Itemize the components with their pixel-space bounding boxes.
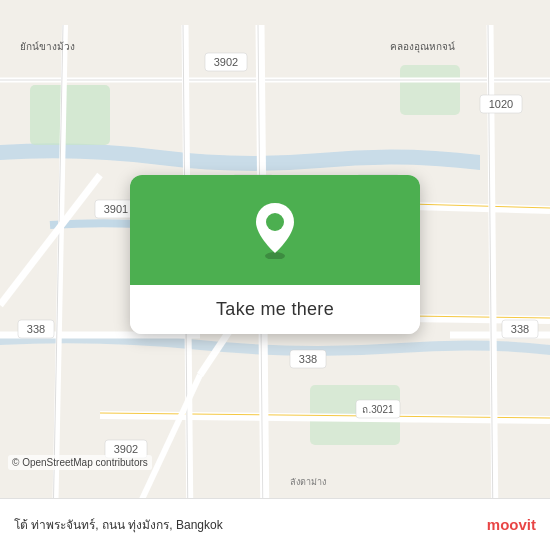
take-me-there-button[interactable]: Take me there [216,299,334,320]
svg-text:3902: 3902 [214,56,238,68]
osm-attribution: © OpenStreetMap contributors [8,455,152,470]
svg-text:ยักน์ขางม้วง: ยักน์ขางม้วง [20,41,75,52]
svg-rect-2 [400,65,460,115]
svg-text:338: 338 [299,353,317,365]
svg-text:3901: 3901 [104,203,128,215]
svg-point-51 [265,252,285,259]
map-container: 3902 3901 3901 338 338 338 ถ.3021 ถ.3021… [0,0,550,550]
svg-rect-1 [30,85,110,145]
card-button-area[interactable]: Take me there [130,285,420,334]
svg-text:338: 338 [511,323,529,335]
bottom-bar: โต้ ท่าพระจันทร์, ถนน ทุ่งมังกร, Bangkok… [0,498,550,550]
location-name: โต้ ท่าพระจันทร์, ถนน ทุ่งมังกร, Bangkok [14,515,223,534]
svg-point-52 [266,213,284,231]
moovit-brand: moovit [487,516,536,533]
overlay-card: Take me there [130,175,420,334]
location-pin-icon [253,201,297,259]
moovit-logo: moovit [487,516,536,533]
svg-text:3902: 3902 [114,443,138,455]
svg-text:ลังตาม่าง: ลังตาม่าง [290,477,326,487]
svg-text:คลองอุณหกจน์: คลองอุณหกจน์ [390,41,455,53]
svg-text:338: 338 [27,323,45,335]
svg-text:ถ.3021: ถ.3021 [362,404,393,415]
card-map-area [130,175,420,285]
svg-text:1020: 1020 [489,98,513,110]
